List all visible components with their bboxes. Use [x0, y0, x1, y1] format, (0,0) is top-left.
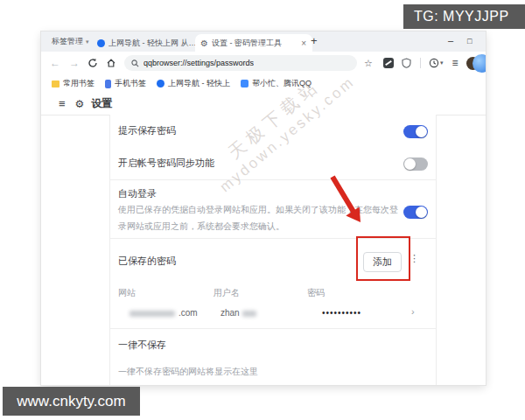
redacted-username [242, 311, 256, 317]
window-minimize-button[interactable]: – [448, 35, 453, 46]
tab-label: 设置 - 密码管理工具 [212, 38, 297, 49]
site-watermark-label: www.cnkyty.com [3, 387, 140, 416]
tab-manager-button[interactable]: 标签管理 ▾ [52, 36, 89, 47]
tab-settings-passwords[interactable]: ⚙ 设置 - 密码管理工具 × [195, 34, 312, 52]
extension-icon[interactable] [383, 58, 394, 68]
auto-login-title: 自动登录 [118, 187, 157, 200]
password-cell: •••••••••• [322, 308, 361, 318]
saved-passwords-title: 已保存的密码 [118, 255, 176, 268]
qq-assistant-orb[interactable] [472, 54, 486, 73]
forward-icon[interactable]: → [69, 57, 80, 69]
section-divider [110, 328, 436, 329]
page-title: 设置 [91, 96, 112, 111]
history-clock-icon[interactable]: ▾ [429, 58, 444, 68]
chevron-right-icon[interactable]: › [411, 306, 415, 317]
redacted-website [130, 311, 175, 317]
bookmark-label: 帮小忙、腾讯QQ [252, 78, 312, 89]
column-header-website: 网站 [118, 287, 136, 299]
chevron-down-icon: ▾ [86, 38, 89, 46]
tab-close-icon[interactable]: × [300, 38, 307, 48]
settings-header: ≡ ⚙ 设置 [41, 93, 486, 116]
prompt-save-password-toggle[interactable] [403, 125, 428, 138]
never-save-hint: 一律不保存密码的网站将显示在这里 [118, 366, 258, 378]
tab-navigation-page[interactable]: 上网导航 - 轻快上网 从这里开始 [92, 34, 204, 52]
toggle-knob [404, 158, 416, 170]
tab-strip: 标签管理 ▾ 上网导航 - 轻快上网 从这里开始 ⚙ 设置 - 密码管理工具 ×… [41, 32, 486, 52]
column-header-password: 密码 [307, 287, 325, 299]
qq-browser-favicon [97, 39, 105, 47]
annotation-red-box [356, 236, 410, 281]
never-save-title: 一律不保存 [118, 339, 166, 352]
home-icon[interactable] [106, 58, 116, 68]
folder-icon [52, 80, 60, 88]
gear-icon: ⚙ [75, 98, 85, 110]
annotation-arrow-icon [324, 172, 376, 234]
bookmark-star-icon[interactable]: ☆ [364, 58, 373, 69]
auto-login-toggle[interactable] [403, 206, 428, 219]
site-watermark-text: www.cnkyty.com [17, 393, 125, 410]
settings-menu-icon[interactable]: ≡ [59, 97, 66, 110]
more-menu-icon[interactable]: ⋮ [410, 253, 419, 264]
browser-toolbar: ← → qqbrowser://settings/passwords ☆ ▾ [41, 52, 486, 74]
qq-browser-icon [157, 80, 164, 88]
url-text: qqbrowser://settings/passwords [144, 59, 254, 67]
tg-watermark-label: TG: MYYJJPP [403, 4, 525, 29]
search-icon [131, 60, 139, 67]
website-cell: .com [178, 308, 198, 318]
toggle-row-label: 开启帐号密码同步功能 [118, 157, 214, 170]
toggle-knob [416, 206, 427, 218]
account-sync-toggle[interactable] [403, 158, 428, 171]
bookmark-mobile[interactable]: 手机书签 [105, 78, 146, 89]
bookmarks-bar: 常用书签 手机书签 上网导航 - 轻快上 帮小忙、腾讯QQ [41, 74, 486, 94]
toggle-row-label: 提示保存密码 [118, 124, 176, 137]
qq-icon [241, 80, 248, 88]
chevron-down-icon: ▾ [440, 60, 444, 66]
bookmark-common[interactable]: 常用书签 [52, 78, 94, 89]
browser-window: 标签管理 ▾ 上网导航 - 轻快上网 从这里开始 ⚙ 设置 - 密码管理工具 ×… [41, 32, 486, 385]
new-tab-button[interactable]: + [311, 34, 318, 47]
column-header-username: 用户名 [214, 287, 240, 299]
bookmark-label: 手机书签 [115, 78, 146, 89]
toolbar-divider [420, 58, 421, 68]
toggle-knob [416, 126, 427, 137]
gear-favicon: ⚙ [200, 38, 208, 48]
reload-icon[interactable] [88, 58, 98, 68]
settings-content-card: 提示保存密码 开启帐号密码同步功能 自动登录 使用已保存的凭据自动登录网站和应用… [109, 115, 437, 385]
address-bar[interactable]: qqbrowser://settings/passwords [124, 55, 357, 71]
screenshot-stage: 天极下载站 mydown.yesky.com 标签管理 ▾ 上网导航 - 轻快上… [0, 0, 525, 420]
shield-icon[interactable] [402, 58, 411, 68]
bookmark-label: 上网导航 - 轻快上 [168, 78, 230, 89]
main-menu-icon[interactable]: ≡ [452, 57, 458, 69]
username-cell: zhan [220, 308, 240, 318]
phone-icon [105, 80, 111, 88]
bookmark-qq-help[interactable]: 帮小忙、腾讯QQ [241, 78, 312, 89]
tab-manager-label: 标签管理 [52, 36, 83, 47]
tg-watermark-text: TG: MYYJJPP [414, 9, 509, 24]
bookmark-navigation[interactable]: 上网导航 - 轻快上 [157, 78, 230, 89]
tab-label: 上网导航 - 轻快上网 从这里开始 [108, 38, 199, 49]
back-icon[interactable]: ← [50, 57, 60, 69]
window-maximize-button[interactable]: □ [467, 37, 472, 46]
section-divider [110, 179, 436, 180]
bookmark-label: 常用书签 [63, 78, 94, 89]
